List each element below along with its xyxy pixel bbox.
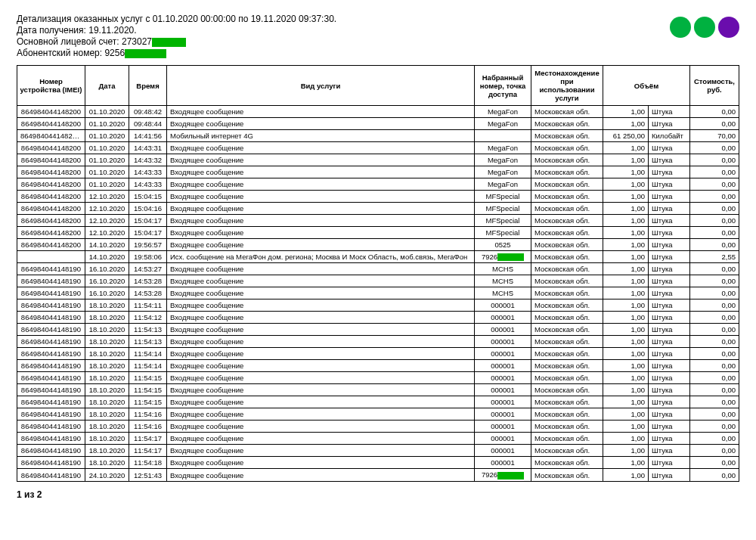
cell-cost: 0,00 [690, 469, 739, 481]
cell-volume: 1,00 [603, 324, 649, 336]
cell-imei: 864984044148200 [17, 154, 85, 166]
cell-volume: 1,00 [603, 384, 649, 396]
cell-service: Входящее сообщение [167, 215, 475, 227]
cell-service: Входящее сообщение [167, 360, 475, 372]
cell-cost: 0,00 [690, 287, 739, 299]
cell-location: Московская обл. [531, 360, 603, 372]
cell-volume: 1,00 [603, 118, 649, 130]
cell-location: Московская обл. [531, 178, 603, 191]
cell-location: Московская обл. [531, 312, 603, 324]
cell-date: 18.10.2020 [85, 396, 129, 408]
cell-number: MegaFon [475, 106, 531, 118]
cell-unit: Штука [649, 239, 690, 251]
cell-time: 14:43:31 [129, 142, 167, 154]
cell-service: Входящее сообщение [167, 203, 475, 215]
cell-time: 09:48:44 [129, 118, 167, 130]
logo-dot-purple [718, 17, 739, 38]
cell-volume: 1,00 [603, 445, 649, 457]
col-volume: Объём [603, 66, 690, 106]
cell-number: 000001 [475, 384, 531, 396]
cell-service: Входящее сообщение [167, 421, 475, 433]
cell-service: Исх. сообщение на МегаФон дом. региона; … [167, 251, 475, 263]
cell-service: Входящее сообщение [167, 178, 475, 191]
cell-cost: 0,00 [690, 154, 739, 166]
cell-location: Московская обл. [531, 457, 603, 469]
col-date: Дата [85, 66, 129, 106]
cell-service: Входящее сообщение [167, 118, 475, 130]
cell-unit: Штука [649, 106, 690, 118]
cell-number: 000001 [475, 312, 531, 324]
cell-number: MCHS [475, 275, 531, 287]
cell-location: Московская обл. [531, 287, 603, 299]
cell-number [475, 130, 531, 142]
col-imei: Номер устройства (IMEI) [17, 66, 85, 106]
cell-number: 000001 [475, 445, 531, 457]
cell-imei: 864984044148190 [17, 384, 85, 396]
cell-date: 01.10.2020 [85, 106, 129, 118]
cell-service: Входящее сообщение [167, 336, 475, 348]
cell-volume: 1,00 [603, 106, 649, 118]
table-row: 864984044148200001.10.202014:41:56Мобиль… [17, 130, 739, 142]
header-text: Детализация оказанных услуг с 01.10.2020… [17, 14, 336, 59]
cell-service: Входящее сообщение [167, 142, 475, 154]
cell-number: MCHS [475, 263, 531, 275]
table-row: 86498404414819018.10.202011:54:17Входяще… [17, 433, 739, 445]
cell-unit: Штука [649, 396, 690, 408]
cell-unit: Штука [649, 191, 690, 203]
cell-service: Входящее сообщение [167, 433, 475, 445]
cell-imei: 864984044148190 [17, 421, 85, 433]
cell-date: 01.10.2020 [85, 118, 129, 130]
cell-date: 16.10.2020 [85, 287, 129, 299]
table-row: 14.10.202019:58:06Исх. сообщение на Мега… [17, 251, 739, 263]
cell-imei: 864984044148200 [17, 118, 85, 130]
cell-imei: 8649840441482000 [17, 130, 85, 142]
redacted-block [497, 472, 524, 479]
cell-date: 12.10.2020 [85, 191, 129, 203]
cell-service: Входящее сообщение [167, 469, 475, 481]
cell-cost: 0,00 [690, 142, 739, 154]
table-row: 86498404414820012.10.202015:04:17Входяще… [17, 227, 739, 239]
cell-imei: 864984044148200 [17, 215, 85, 227]
cell-cost: 0,00 [690, 275, 739, 287]
cell-location: Московская обл. [531, 421, 603, 433]
table-row: 86498404414819018.10.202011:54:17Входяще… [17, 445, 739, 457]
cell-location: Московская обл. [531, 336, 603, 348]
cell-service: Входящее сообщение [167, 324, 475, 336]
cell-cost: 0,00 [690, 336, 739, 348]
cell-number: MegaFon [475, 178, 531, 191]
cell-date: 12.10.2020 [85, 203, 129, 215]
cell-unit: Штука [649, 348, 690, 360]
cell-time: 11:54:18 [129, 457, 167, 469]
cell-location: Московская обл. [531, 396, 603, 408]
cell-cost: 70,00 [690, 130, 739, 142]
cell-time: 12:51:43 [129, 469, 167, 481]
cell-time: 19:58:06 [129, 251, 167, 263]
cell-number: 000001 [475, 396, 531, 408]
cell-time: 11:54:12 [129, 312, 167, 324]
cell-number: MFSpecial [475, 203, 531, 215]
cell-time: 11:54:13 [129, 324, 167, 336]
cell-date: 18.10.2020 [85, 457, 129, 469]
cell-date: 18.10.2020 [85, 336, 129, 348]
cell-date: 24.10.2020 [85, 469, 129, 481]
cell-cost: 0,00 [690, 421, 739, 433]
cell-unit: Штука [649, 263, 690, 275]
cell-service: Входящее сообщение [167, 106, 475, 118]
cell-imei: 864984044148190 [17, 263, 85, 275]
col-number: Набранный номер, точка доступа [475, 66, 531, 106]
cell-location: Московская обл. [531, 215, 603, 227]
col-service: Вид услуги [167, 66, 475, 106]
cell-volume: 1,00 [603, 191, 649, 203]
cell-volume: 1,00 [603, 457, 649, 469]
account-line: Основной лицевой счет: 273027 [17, 36, 336, 47]
cell-unit: Килобайт [649, 130, 690, 142]
cell-unit: Штука [649, 215, 690, 227]
cell-location: Московская обл. [531, 384, 603, 396]
cell-cost: 0,00 [690, 433, 739, 445]
cell-time: 14:43:33 [129, 166, 167, 178]
cell-date: 01.10.2020 [85, 142, 129, 154]
cell-date: 14.10.2020 [85, 251, 129, 263]
cell-location: Московская обл. [531, 445, 603, 457]
megafon-logo [670, 17, 739, 38]
cell-service: Входящее сообщение [167, 312, 475, 324]
